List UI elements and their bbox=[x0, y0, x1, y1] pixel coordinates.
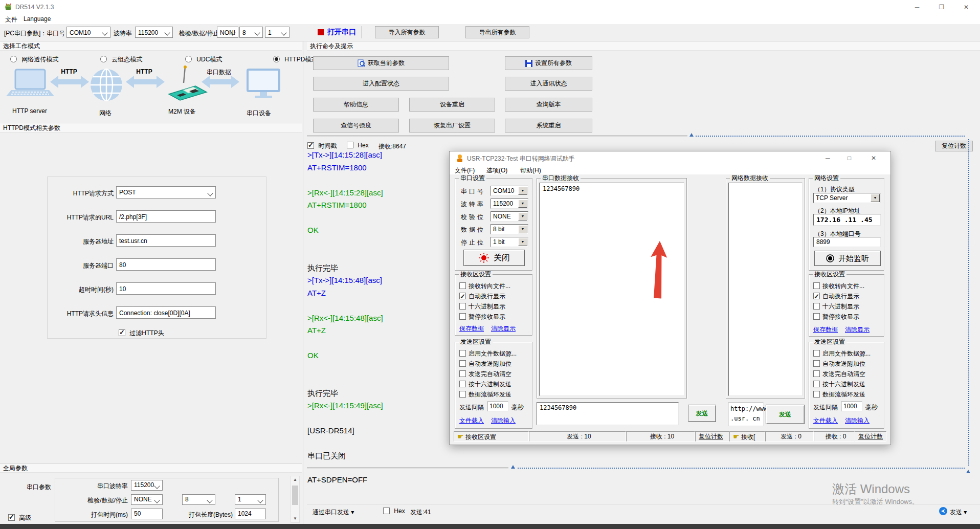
ov-databits-select[interactable]: 8 bit▼ bbox=[491, 224, 528, 234]
ov-com-select[interactable]: COM10▼ bbox=[491, 186, 528, 196]
http-method-select[interactable]: POST bbox=[116, 186, 216, 199]
overlay-close-button[interactable]: ✕ bbox=[871, 155, 876, 162]
load-file-link[interactable]: 文件载入 bbox=[459, 416, 484, 425]
global-parity-select[interactable]: NONE bbox=[131, 494, 163, 505]
net-send-button[interactable]: 发送 bbox=[766, 405, 805, 424]
device-reboot-button[interactable]: 设备重启 bbox=[409, 98, 495, 112]
import-params-button[interactable]: 导入所有参数 bbox=[375, 26, 439, 38]
get-params-button[interactable]: 获取当前参数 bbox=[313, 56, 449, 70]
com-port-select[interactable]: COM10 bbox=[66, 27, 110, 38]
help-info-button[interactable]: 帮助信息 bbox=[313, 98, 399, 112]
proto-select[interactable]: TCP Server▼ bbox=[813, 193, 881, 203]
radio-transparent-mode[interactable]: 网络透传模式 bbox=[10, 55, 58, 64]
hex-checkbox[interactable]: Hex bbox=[347, 142, 369, 149]
overlay-title-bar[interactable]: USR-TCP232-Test 串口转网络调试助手 ─ □ ✕ bbox=[450, 151, 890, 165]
checkbox[interactable]: 数据流循环发送 bbox=[459, 389, 517, 400]
splitter[interactable] bbox=[307, 135, 687, 136]
global-baud-select[interactable]: 115200 bbox=[131, 480, 163, 491]
checkbox[interactable]: 十六进制显示 bbox=[813, 301, 864, 312]
overlay-menu-file[interactable]: 文件(F) bbox=[455, 166, 475, 175]
splitter-arrow-icon[interactable] bbox=[966, 470, 970, 473]
checkbox[interactable]: 接收转向文件... bbox=[459, 281, 510, 291]
checkbox[interactable]: 按十六进制发送 bbox=[459, 379, 517, 389]
ov-stopbits-select[interactable]: 1 bit▼ bbox=[491, 237, 528, 247]
checkbox[interactable]: 自动发送附加位 bbox=[459, 359, 517, 369]
checkbox[interactable]: 启用文件数据源... bbox=[813, 348, 871, 359]
serial-reset-counter-link[interactable]: 复位计数 bbox=[695, 431, 729, 442]
close-button[interactable]: ✕ bbox=[954, 0, 978, 14]
radio-cloud-mode[interactable]: 云组态模式 bbox=[100, 55, 142, 64]
start-listen-button[interactable]: 开始监听 bbox=[814, 251, 881, 266]
splitter-arrow-icon[interactable] bbox=[511, 465, 515, 469]
maximize-button[interactable]: ❐ bbox=[930, 0, 953, 14]
splitter-grip[interactable] bbox=[518, 468, 965, 469]
pack-time-input[interactable]: 50 bbox=[131, 509, 163, 519]
checkbox[interactable]: 数据流循环发送 bbox=[813, 389, 871, 400]
splitter[interactable] bbox=[307, 137, 687, 137]
signal-strength-button[interactable]: 查信号强度 bbox=[313, 119, 399, 133]
global-stopbits-select[interactable]: 1 bbox=[235, 494, 266, 505]
pack-length-input[interactable]: 1024 bbox=[235, 509, 266, 519]
server-address-input[interactable]: test.usr.cn bbox=[116, 234, 216, 247]
splitter-arrow-icon[interactable] bbox=[689, 133, 694, 137]
menu-language[interactable]: Language bbox=[24, 15, 51, 23]
radio-udc-mode[interactable]: UDC模式 bbox=[185, 55, 222, 64]
server-port-input[interactable]: 80 bbox=[116, 258, 216, 271]
enter-comm-button[interactable]: 进入通讯状态 bbox=[505, 77, 592, 91]
clear-display-link[interactable]: 清除显示 bbox=[845, 325, 870, 334]
overlay-maximize-button[interactable]: □ bbox=[848, 155, 851, 162]
checkbox[interactable]: 按十六进制发送 bbox=[813, 379, 871, 389]
usr-tcp232-window[interactable]: USR-TCP232-Test 串口转网络调试助手 ─ □ ✕ 文件(F) 选项… bbox=[449, 151, 891, 445]
scrollbar[interactable]: ▲ ▼ bbox=[291, 476, 300, 523]
interval-input[interactable]: 1000 bbox=[487, 402, 508, 411]
local-ip-input[interactable]: 172.16 .11 .45 bbox=[813, 214, 881, 226]
quick-send-button[interactable]: 发送 ▾ bbox=[950, 508, 967, 517]
timeout-input[interactable]: 10 bbox=[116, 282, 216, 295]
parity-select[interactable]: NONI bbox=[217, 27, 238, 38]
http-url-input[interactable]: /2.php[3F] bbox=[116, 210, 216, 223]
checkbox[interactable]: 十六进制显示 bbox=[459, 301, 510, 312]
net-send-input[interactable]: http://www .usr. cn bbox=[728, 403, 764, 426]
databits-select[interactable]: 8 bbox=[239, 27, 263, 38]
factory-reset-button[interactable]: 恢复出厂设置 bbox=[409, 119, 495, 133]
overlay-menu-options[interactable]: 选项(O) bbox=[486, 166, 507, 175]
send-hex-checkbox[interactable]: Hex bbox=[383, 508, 405, 515]
open-port-button[interactable]: 打开串口 bbox=[327, 28, 356, 37]
checkbox[interactable]: 暂停接收显示 bbox=[813, 312, 864, 322]
ov-baud-select[interactable]: 115200▼ bbox=[491, 199, 528, 209]
send-mode-dropdown[interactable]: 通过串口发送 ▾ bbox=[313, 508, 354, 517]
local-port-input[interactable]: 8899 bbox=[813, 237, 881, 247]
load-file-link[interactable]: 文件载入 bbox=[813, 416, 838, 425]
overlay-minimize-button[interactable]: ─ bbox=[826, 155, 830, 162]
radio-httpd-mode[interactable]: HTTPD模式 bbox=[273, 55, 317, 64]
overlay-menu-help[interactable]: 帮助(H) bbox=[520, 166, 541, 175]
splitter[interactable] bbox=[307, 467, 508, 468]
checkbox[interactable]: 自动换行显示 bbox=[813, 291, 864, 301]
save-data-link[interactable]: 保存数据 bbox=[459, 324, 484, 333]
interval-input[interactable]: 1000 bbox=[841, 402, 862, 411]
global-databits-select[interactable]: 8 bbox=[182, 494, 215, 505]
export-params-button[interactable]: 导出所有参数 bbox=[465, 26, 529, 38]
net-data-recv-area[interactable] bbox=[728, 183, 803, 396]
baud-select[interactable]: 115200 bbox=[135, 27, 173, 38]
checkbox[interactable]: 暂停接收显示 bbox=[459, 312, 510, 322]
splitter-grip[interactable] bbox=[696, 136, 965, 137]
enter-config-button[interactable]: 进入配置状态 bbox=[313, 77, 449, 91]
filter-http-checkbox[interactable]: 过滤HTTP头 bbox=[119, 329, 164, 338]
http-header-input[interactable]: Connection: close[0D][0A] bbox=[116, 306, 216, 319]
advanced-checkbox[interactable]: 高级 bbox=[8, 514, 31, 522]
checkbox[interactable]: 接收转向文件... bbox=[813, 281, 864, 291]
checkbox[interactable]: 发送完自动清空 bbox=[813, 369, 871, 379]
menu-file[interactable]: 文件 bbox=[5, 15, 17, 24]
minimize-button[interactable]: ─ bbox=[905, 0, 929, 14]
query-version-button[interactable]: 查询版本 bbox=[505, 98, 592, 112]
checkbox[interactable]: 自动换行显示 bbox=[459, 291, 510, 301]
set-params-button[interactable]: 设置所有参数 bbox=[505, 56, 592, 70]
save-data-link[interactable]: 保存数据 bbox=[813, 325, 838, 334]
close-port-button[interactable]: 关闭 bbox=[463, 250, 525, 266]
system-reboot-button[interactable]: 系统重启 bbox=[505, 119, 592, 133]
clear-input-link[interactable]: 清除输入 bbox=[491, 416, 516, 425]
clear-input-link[interactable]: 清除输入 bbox=[845, 416, 870, 425]
checkbox[interactable]: 启用文件数据源... bbox=[459, 348, 517, 359]
checkbox[interactable]: 自动发送附加位 bbox=[813, 359, 871, 369]
